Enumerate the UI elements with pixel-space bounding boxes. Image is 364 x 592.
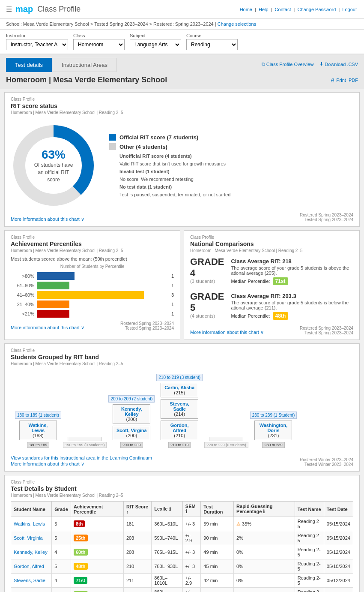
filter-bar: Instructor Instructor, Teacher A Class H… — [0, 30, 364, 54]
achievement-card-label: Class Profile — [11, 235, 174, 240]
student-link[interactable]: Gordon, Alfred — [14, 564, 44, 569]
td-sem: +/- 2.9 — [182, 531, 201, 545]
course-filter: Course Reading — [186, 33, 238, 50]
test-details-subtitle: Homeroom | Mesa Verde Elementary School … — [11, 493, 353, 498]
rit-score-status-card: Class Profile RIT score status Homeroom … — [4, 92, 360, 227]
band-header-230[interactable]: 230 to 239 (1 Student) — [250, 412, 297, 419]
official-rit-legend: Official RIT score (7 students) — [109, 134, 353, 141]
subject-label: Subject — [130, 33, 181, 38]
grade5-badge: 48th — [273, 312, 289, 320]
td-duration: 50 min — [201, 588, 234, 592]
rit-band-standards-link[interactable]: View standards for this instructional ar… — [11, 455, 152, 460]
pct-badge: 60th — [74, 549, 88, 556]
td-test-name: Reading 2-5 — [295, 517, 324, 531]
achievement-card: Class Profile Achievement Percentiles Ho… — [4, 230, 180, 340]
contact-link[interactable]: Contact — [275, 7, 291, 12]
td-test-date: 05/15/2024 — [324, 531, 353, 545]
td-test-name: Reading 2-5 — [295, 574, 324, 588]
td-duration: 59 min — [201, 517, 234, 531]
subject-select[interactable]: Language Arts — [130, 39, 181, 50]
national-card: Class Profile National Comparisons Homer… — [184, 230, 360, 340]
national-title: National Comparisons — [190, 240, 353, 247]
instructor-select[interactable]: Instructor, Teacher A — [6, 39, 68, 50]
table-row: Scott, Virginia 5 25th 203 590L–740L +/-… — [11, 531, 353, 545]
axis-label: Number of Students by Percentile — [11, 264, 174, 269]
test-details-card: Class Profile Test Details by Student Ho… — [4, 475, 360, 592]
national-subtitle: Homeroom | Mesa Verde Elementary School … — [190, 248, 353, 253]
range-label-230: 230 to 239 — [262, 442, 285, 448]
class-profile-overview-link[interactable]: ⧉ Class Profile Overview — [262, 61, 314, 67]
tab-test-details[interactable]: Test details — [6, 58, 52, 72]
unofficial-label: Unofficial RIT score (4 students) — [119, 153, 353, 159]
td-rit: 203 — [123, 531, 151, 545]
student-box-washington: Washington, Doris (231) — [254, 421, 292, 440]
student-link[interactable]: Stevens, Sadie — [14, 578, 45, 583]
home-link[interactable]: Home — [240, 7, 252, 12]
table-row: Gordon, Alfred 5 48th 210 780L–930L +/- … — [11, 559, 353, 574]
course-label: Course — [186, 33, 238, 38]
class-select[interactable]: Homeroom — [73, 39, 125, 50]
band-header-210[interactable]: 210 to 219 (3 student) — [156, 374, 203, 381]
achievement-more-info-link[interactable]: More information about this chart ∨ — [11, 325, 84, 331]
table-header-row: Student Name Grade Achievement Percentil… — [11, 502, 353, 517]
student-link[interactable]: Watkins, Lewis — [14, 521, 45, 526]
grade4-badge: 71st — [273, 277, 288, 285]
national-more-info-link[interactable]: More information about this chart ∨ — [190, 330, 264, 335]
national-chart-date: Rostered Spring 2023–2024 Tested Spring … — [300, 326, 353, 335]
rit-band-wrapper: 180 to 189 (1 student) Watkins, Lewis (1… — [11, 370, 353, 452]
change-password-link[interactable]: Change Password — [297, 7, 336, 12]
instructor-filter: Instructor Instructor, Teacher A — [6, 33, 68, 50]
pct-badge: 25th — [74, 535, 88, 541]
range-label-180: 180 to 189 — [27, 442, 50, 448]
td-duration: 90 min — [201, 531, 234, 545]
table-row: Stevens, Sadie 4 71st 211 860L–1010L +/-… — [11, 574, 353, 588]
heading-school: Homeroom | Mesa Verde Elementary School — [6, 75, 167, 84]
band-col-200: 200 to 209 (2 student) Kennedy, Kelley (… — [108, 395, 155, 448]
rit-card-title: RIT score status — [11, 102, 353, 109]
td-rapid: 0% — [234, 559, 295, 574]
th-student-name: Student Name — [11, 502, 52, 517]
student-link[interactable]: Kennedy, Kelley — [14, 550, 48, 555]
td-lexile: 360L–510L — [152, 517, 183, 531]
th-achievement: Achievement Percentile — [71, 502, 123, 517]
bar-fill-3 — [37, 291, 144, 299]
td-rapid: 2% — [234, 531, 295, 545]
grade4-median: Median Percentile: 71st — [231, 277, 353, 285]
change-selections-link[interactable]: Change selections — [218, 21, 257, 27]
tab-instructional-areas[interactable]: Instructional Areas — [53, 58, 116, 72]
page-title: Class Profile — [37, 5, 81, 14]
td-student-name: Carlin, Alisha — [11, 588, 52, 592]
td-duration: 45 min — [201, 559, 234, 574]
bar-fill-2 — [37, 282, 69, 289]
rit-band-more-info-link[interactable]: More information about this chart ∨ — [11, 461, 84, 466]
logout-link[interactable]: Logout — [342, 7, 357, 12]
help-link[interactable]: Help — [259, 7, 269, 12]
band-empty-190 — [68, 437, 102, 441]
rit-chart-date: Rostered Spring 2023–2024 Tested Spring … — [300, 213, 353, 222]
other-legend: Other (4 students) — [109, 143, 353, 150]
table-row: Watkins, Lewis 5 8th 181 360L–510L +/- 3… — [11, 517, 353, 531]
band-header-200[interactable]: 200 to 209 (2 student) — [108, 395, 155, 403]
print-link[interactable]: 🖨 Print .PDF — [330, 78, 358, 83]
td-rapid: 0% — [234, 588, 295, 592]
student-link[interactable]: Scott, Virginia — [14, 535, 43, 541]
test-details-title: Test Details by Student — [11, 485, 353, 492]
band-header-180[interactable]: 180 to 189 (1 student) — [15, 412, 61, 419]
menu-icon[interactable]: ☰ — [6, 5, 12, 13]
logo: map — [15, 4, 33, 14]
range-label-190[interactable]: 190 to 199 (0 students) — [63, 442, 107, 448]
range-label-220[interactable]: 220 to 229 (0 students) — [204, 442, 248, 448]
td-student-name: Gordon, Alfred — [11, 559, 52, 574]
range-label-200: 200 to 209 — [120, 442, 143, 448]
rit-band-card-label: Class Profile — [11, 348, 353, 353]
tab-actions: ⧉ Class Profile Overview ⬇ Download .CSV — [262, 58, 358, 72]
course-select[interactable]: Reading — [186, 39, 238, 50]
th-test-date: Test Date — [324, 502, 353, 517]
tab-bar: Test details Instructional Areas ⧉ Class… — [0, 54, 364, 72]
td-rapid: 0% — [234, 574, 295, 588]
td-lexile: 765L–915L — [152, 545, 183, 559]
download-csv-link[interactable]: ⬇ Download .CSV — [319, 61, 358, 67]
rit-more-info-link[interactable]: More information about this chart ∨ — [11, 216, 84, 222]
td-duration: 49 min — [201, 545, 234, 559]
donut-chart: 63% Of students have an official RIT sco… — [11, 123, 96, 208]
